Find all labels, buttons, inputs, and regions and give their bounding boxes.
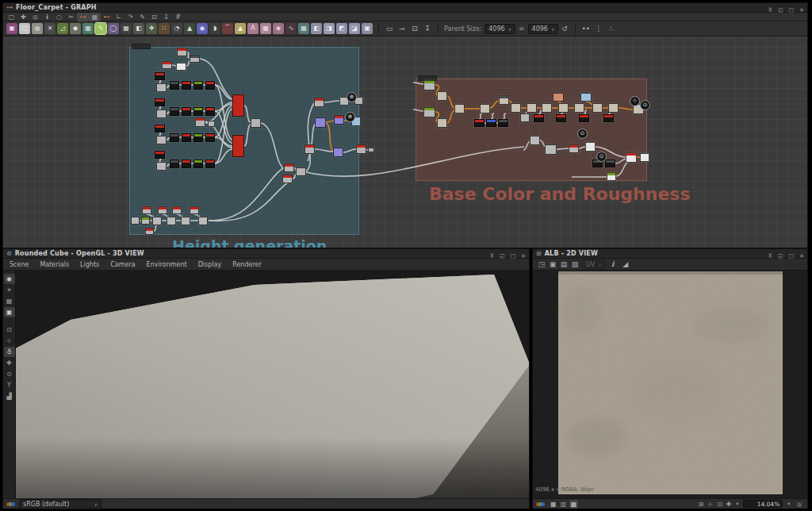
graph-node[interactable] (182, 81, 191, 90)
blend-node-icon[interactable]: ✕ (44, 23, 56, 34)
grid-snap-icon[interactable]: # (172, 13, 184, 21)
graph-node[interactable] (314, 98, 324, 107)
layers-icon[interactable]: ▤ (558, 260, 569, 268)
gizmo-icon[interactable]: ✚ (4, 358, 15, 368)
cut-links-icon[interactable]: ✂ (65, 13, 77, 21)
output-badge-icon[interactable]: ⊙ (640, 100, 650, 110)
graph-node[interactable] (608, 103, 619, 113)
fit-view-icon[interactable]: ⊡ (4, 325, 15, 335)
graph-node[interactable] (553, 93, 564, 102)
pin-icon[interactable]: ⊼ (490, 253, 494, 259)
graph-node[interactable] (511, 103, 521, 113)
output-badge-icon[interactable]: ⊹ (630, 96, 640, 106)
graph-node[interactable] (454, 104, 465, 113)
blend-mode-1-icon[interactable]: ◧ (311, 23, 322, 34)
save-icon[interactable]: ▣ (547, 260, 558, 268)
info-icon[interactable]: ℹ (41, 13, 53, 21)
sharpen-node-icon[interactable]: ◯ (108, 23, 119, 34)
maximize-icon[interactable]: □ (511, 253, 516, 259)
close-icon[interactable]: ✕ (799, 253, 804, 259)
graph-node[interactable] (142, 206, 151, 214)
graph-node[interactable] (190, 206, 199, 214)
height-to-normal-node-icon[interactable]: ▲ (235, 23, 246, 34)
graph-node[interactable] (251, 118, 261, 128)
graph-node[interactable] (193, 159, 203, 168)
blend-mode-2-icon[interactable]: ◨ (324, 23, 335, 34)
view3d-viewport[interactable]: ◉☀▦▣⊡⊹♁✚⊙Y▟ (3, 271, 529, 498)
reset-size-icon[interactable]: ↺ (561, 25, 568, 33)
relink-icon[interactable]: ⊷ (101, 13, 113, 21)
graph-node[interactable] (141, 217, 150, 225)
graph-node[interactable] (520, 113, 530, 122)
graph-node[interactable] (131, 217, 140, 225)
maximize-icon[interactable]: □ (789, 7, 795, 13)
pin-comment-icon[interactable]: ↧ (160, 13, 172, 21)
menu-lights[interactable]: Lights (80, 261, 99, 268)
environment-icon[interactable]: ♁ (4, 347, 15, 357)
float-icon[interactable]: ◱ (778, 253, 783, 259)
distance-node-icon[interactable]: ◔ (171, 23, 182, 34)
graph-node[interactable] (232, 135, 244, 157)
graph-node[interactable] (282, 175, 293, 183)
graph-node[interactable] (579, 114, 589, 122)
warp-node-icon[interactable]: ❖ (146, 23, 157, 34)
graph-node[interactable] (190, 55, 200, 63)
camera-icon[interactable]: ◉ (4, 274, 15, 284)
graph-node[interactable] (176, 63, 186, 71)
graph-node[interactable] (167, 217, 176, 225)
menu-environment[interactable]: Environment (147, 261, 187, 268)
graph-node[interactable] (356, 144, 366, 154)
graph-node[interactable] (158, 206, 167, 214)
graph-node[interactable] (640, 153, 649, 162)
checker-node-icon[interactable]: ▦ (260, 23, 271, 34)
graph-node[interactable] (592, 103, 603, 113)
graph-node[interactable] (498, 119, 508, 127)
create-link-icon[interactable]: ⊶ (77, 13, 89, 21)
float-icon[interactable]: ◱ (778, 7, 783, 13)
background-black-icon[interactable]: ■ (549, 500, 557, 509)
graph-node[interactable] (145, 228, 154, 235)
wave-node-icon[interactable]: ∿ (285, 23, 297, 34)
graph-node[interactable] (182, 133, 191, 142)
graph-node[interactable] (205, 133, 215, 142)
graph-node[interactable] (315, 117, 326, 128)
grid-node-icon[interactable]: ▦ (298, 23, 309, 34)
uniform-color-node-icon[interactable]: ◍ (32, 23, 43, 34)
zoom-out-icon[interactable]: • (736, 501, 740, 508)
graph-node[interactable] (437, 118, 447, 128)
graph-node[interactable] (156, 110, 167, 118)
graph-node[interactable] (534, 114, 544, 122)
output-badge-icon[interactable]: ⊙ (596, 152, 607, 162)
menu-renderer[interactable]: Renderer (232, 261, 262, 268)
uv-dropdown[interactable]: UV ∨ (582, 259, 606, 270)
bitmap-node-icon[interactable]: ▣ (6, 23, 17, 34)
tile-node-icon[interactable]: ▦ (82, 23, 94, 34)
color-profile-dropdown[interactable]: sRGB (default) ∨ (19, 499, 102, 509)
graph-node[interactable] (162, 61, 172, 69)
graph-node[interactable] (195, 117, 205, 127)
blend-mode-4-icon[interactable]: ◪ (349, 23, 360, 34)
fit-icon[interactable]: ⊡ (717, 501, 722, 508)
connector-dots-icon[interactable]: •• (580, 25, 592, 33)
graph-node[interactable] (205, 107, 215, 116)
graph-node[interactable] (193, 81, 203, 90)
graph-node[interactable] (603, 114, 614, 122)
annotate-icon[interactable]: ✎ (136, 13, 148, 21)
graph-canvas[interactable]: Height generationBase Color and Roughnes… (3, 36, 807, 248)
graph-node[interactable] (155, 125, 165, 133)
dots-node-icon[interactable]: ∷ (159, 23, 170, 34)
zoom-lock-icon[interactable]: ⌂ (795, 500, 804, 509)
menu-display[interactable]: Display (198, 261, 222, 268)
zoom-in-icon[interactable]: • (787, 501, 791, 508)
text-node-icon[interactable]: A (247, 23, 259, 34)
eye-icon[interactable]: ⊙ (4, 369, 15, 379)
graph-node[interactable] (556, 114, 566, 122)
curve-node-icon[interactable]: ✎ (95, 23, 106, 34)
graph-node[interactable] (284, 163, 294, 172)
background-stripes-icon[interactable]: ▥ (559, 500, 568, 509)
hsl-node-icon[interactable]: ◉ (197, 23, 208, 34)
axes-icon[interactable]: ⊹ (4, 336, 15, 346)
graph-node[interactable] (605, 159, 615, 167)
graph-node[interactable] (585, 142, 596, 152)
graph-node[interactable] (607, 172, 616, 181)
